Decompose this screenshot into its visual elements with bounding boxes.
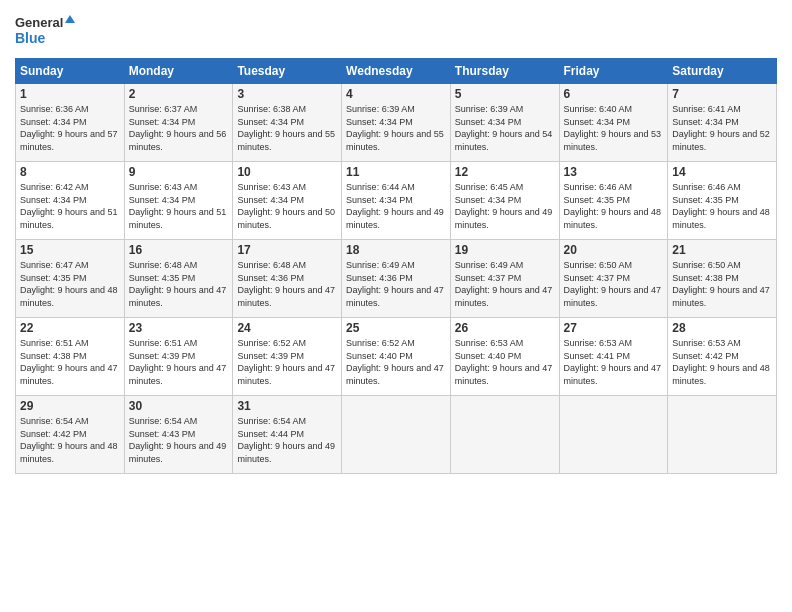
day-cell: 18Sunrise: 6:49 AMSunset: 4:36 PMDayligh… bbox=[342, 240, 451, 318]
day-number: 2 bbox=[129, 87, 229, 101]
calendar-page: General Blue SundayMondayTuesdayWednesda… bbox=[0, 0, 792, 612]
day-detail: Sunrise: 6:52 AMSunset: 4:39 PMDaylight:… bbox=[237, 338, 335, 386]
day-cell: 13Sunrise: 6:46 AMSunset: 4:35 PMDayligh… bbox=[559, 162, 668, 240]
day-cell: 14Sunrise: 6:46 AMSunset: 4:35 PMDayligh… bbox=[668, 162, 777, 240]
day-cell: 27Sunrise: 6:53 AMSunset: 4:41 PMDayligh… bbox=[559, 318, 668, 396]
day-cell: 26Sunrise: 6:53 AMSunset: 4:40 PMDayligh… bbox=[450, 318, 559, 396]
day-cell: 7Sunrise: 6:41 AMSunset: 4:34 PMDaylight… bbox=[668, 84, 777, 162]
day-cell: 20Sunrise: 6:50 AMSunset: 4:37 PMDayligh… bbox=[559, 240, 668, 318]
day-cell bbox=[450, 396, 559, 474]
day-number: 17 bbox=[237, 243, 337, 257]
day-number: 13 bbox=[564, 165, 664, 179]
day-cell: 8Sunrise: 6:42 AMSunset: 4:34 PMDaylight… bbox=[16, 162, 125, 240]
day-cell: 6Sunrise: 6:40 AMSunset: 4:34 PMDaylight… bbox=[559, 84, 668, 162]
week-row-5: 29Sunrise: 6:54 AMSunset: 4:42 PMDayligh… bbox=[16, 396, 777, 474]
day-cell: 3Sunrise: 6:38 AMSunset: 4:34 PMDaylight… bbox=[233, 84, 342, 162]
day-cell: 9Sunrise: 6:43 AMSunset: 4:34 PMDaylight… bbox=[124, 162, 233, 240]
week-row-2: 8Sunrise: 6:42 AMSunset: 4:34 PMDaylight… bbox=[16, 162, 777, 240]
day-detail: Sunrise: 6:41 AMSunset: 4:34 PMDaylight:… bbox=[672, 104, 770, 152]
svg-marker-1 bbox=[65, 15, 75, 23]
day-number: 22 bbox=[20, 321, 120, 335]
day-number: 9 bbox=[129, 165, 229, 179]
day-detail: Sunrise: 6:39 AMSunset: 4:34 PMDaylight:… bbox=[455, 104, 553, 152]
day-detail: Sunrise: 6:53 AMSunset: 4:41 PMDaylight:… bbox=[564, 338, 662, 386]
logo: General Blue bbox=[15, 10, 75, 50]
weekday-thursday: Thursday bbox=[450, 59, 559, 84]
day-number: 12 bbox=[455, 165, 555, 179]
week-row-4: 22Sunrise: 6:51 AMSunset: 4:38 PMDayligh… bbox=[16, 318, 777, 396]
day-detail: Sunrise: 6:54 AMSunset: 4:44 PMDaylight:… bbox=[237, 416, 335, 464]
day-number: 14 bbox=[672, 165, 772, 179]
day-cell: 12Sunrise: 6:45 AMSunset: 4:34 PMDayligh… bbox=[450, 162, 559, 240]
day-detail: Sunrise: 6:42 AMSunset: 4:34 PMDaylight:… bbox=[20, 182, 118, 230]
day-detail: Sunrise: 6:39 AMSunset: 4:34 PMDaylight:… bbox=[346, 104, 444, 152]
day-number: 28 bbox=[672, 321, 772, 335]
day-detail: Sunrise: 6:38 AMSunset: 4:34 PMDaylight:… bbox=[237, 104, 335, 152]
day-detail: Sunrise: 6:49 AMSunset: 4:36 PMDaylight:… bbox=[346, 260, 444, 308]
day-detail: Sunrise: 6:46 AMSunset: 4:35 PMDaylight:… bbox=[672, 182, 770, 230]
day-detail: Sunrise: 6:43 AMSunset: 4:34 PMDaylight:… bbox=[237, 182, 335, 230]
day-cell: 1Sunrise: 6:36 AMSunset: 4:34 PMDaylight… bbox=[16, 84, 125, 162]
day-number: 19 bbox=[455, 243, 555, 257]
day-detail: Sunrise: 6:44 AMSunset: 4:34 PMDaylight:… bbox=[346, 182, 444, 230]
day-number: 11 bbox=[346, 165, 446, 179]
day-detail: Sunrise: 6:53 AMSunset: 4:40 PMDaylight:… bbox=[455, 338, 553, 386]
header: General Blue bbox=[15, 10, 777, 50]
day-number: 8 bbox=[20, 165, 120, 179]
day-detail: Sunrise: 6:47 AMSunset: 4:35 PMDaylight:… bbox=[20, 260, 118, 308]
day-cell: 21Sunrise: 6:50 AMSunset: 4:38 PMDayligh… bbox=[668, 240, 777, 318]
svg-text:Blue: Blue bbox=[15, 30, 46, 46]
day-number: 6 bbox=[564, 87, 664, 101]
day-cell: 17Sunrise: 6:48 AMSunset: 4:36 PMDayligh… bbox=[233, 240, 342, 318]
day-number: 24 bbox=[237, 321, 337, 335]
week-row-3: 15Sunrise: 6:47 AMSunset: 4:35 PMDayligh… bbox=[16, 240, 777, 318]
day-cell bbox=[342, 396, 451, 474]
weekday-saturday: Saturday bbox=[668, 59, 777, 84]
day-detail: Sunrise: 6:45 AMSunset: 4:34 PMDaylight:… bbox=[455, 182, 553, 230]
day-cell: 16Sunrise: 6:48 AMSunset: 4:35 PMDayligh… bbox=[124, 240, 233, 318]
day-cell: 15Sunrise: 6:47 AMSunset: 4:35 PMDayligh… bbox=[16, 240, 125, 318]
day-detail: Sunrise: 6:36 AMSunset: 4:34 PMDaylight:… bbox=[20, 104, 118, 152]
day-detail: Sunrise: 6:50 AMSunset: 4:37 PMDaylight:… bbox=[564, 260, 662, 308]
day-detail: Sunrise: 6:50 AMSunset: 4:38 PMDaylight:… bbox=[672, 260, 770, 308]
day-cell: 29Sunrise: 6:54 AMSunset: 4:42 PMDayligh… bbox=[16, 396, 125, 474]
day-detail: Sunrise: 6:48 AMSunset: 4:35 PMDaylight:… bbox=[129, 260, 227, 308]
day-number: 16 bbox=[129, 243, 229, 257]
day-number: 1 bbox=[20, 87, 120, 101]
day-cell: 2Sunrise: 6:37 AMSunset: 4:34 PMDaylight… bbox=[124, 84, 233, 162]
day-cell: 4Sunrise: 6:39 AMSunset: 4:34 PMDaylight… bbox=[342, 84, 451, 162]
day-number: 21 bbox=[672, 243, 772, 257]
day-cell: 10Sunrise: 6:43 AMSunset: 4:34 PMDayligh… bbox=[233, 162, 342, 240]
day-number: 31 bbox=[237, 399, 337, 413]
day-cell bbox=[668, 396, 777, 474]
day-number: 18 bbox=[346, 243, 446, 257]
day-cell: 5Sunrise: 6:39 AMSunset: 4:34 PMDaylight… bbox=[450, 84, 559, 162]
day-detail: Sunrise: 6:51 AMSunset: 4:39 PMDaylight:… bbox=[129, 338, 227, 386]
day-number: 10 bbox=[237, 165, 337, 179]
logo-svg: General Blue bbox=[15, 10, 75, 50]
day-cell: 23Sunrise: 6:51 AMSunset: 4:39 PMDayligh… bbox=[124, 318, 233, 396]
day-detail: Sunrise: 6:37 AMSunset: 4:34 PMDaylight:… bbox=[129, 104, 227, 152]
weekday-header-row: SundayMondayTuesdayWednesdayThursdayFrid… bbox=[16, 59, 777, 84]
day-cell: 19Sunrise: 6:49 AMSunset: 4:37 PMDayligh… bbox=[450, 240, 559, 318]
day-cell: 31Sunrise: 6:54 AMSunset: 4:44 PMDayligh… bbox=[233, 396, 342, 474]
day-detail: Sunrise: 6:54 AMSunset: 4:43 PMDaylight:… bbox=[129, 416, 227, 464]
day-detail: Sunrise: 6:54 AMSunset: 4:42 PMDaylight:… bbox=[20, 416, 118, 464]
day-number: 26 bbox=[455, 321, 555, 335]
day-detail: Sunrise: 6:48 AMSunset: 4:36 PMDaylight:… bbox=[237, 260, 335, 308]
day-detail: Sunrise: 6:49 AMSunset: 4:37 PMDaylight:… bbox=[455, 260, 553, 308]
weekday-friday: Friday bbox=[559, 59, 668, 84]
day-number: 30 bbox=[129, 399, 229, 413]
day-cell: 11Sunrise: 6:44 AMSunset: 4:34 PMDayligh… bbox=[342, 162, 451, 240]
day-number: 23 bbox=[129, 321, 229, 335]
day-number: 25 bbox=[346, 321, 446, 335]
week-row-1: 1Sunrise: 6:36 AMSunset: 4:34 PMDaylight… bbox=[16, 84, 777, 162]
calendar-table: SundayMondayTuesdayWednesdayThursdayFrid… bbox=[15, 58, 777, 474]
day-number: 5 bbox=[455, 87, 555, 101]
day-cell: 24Sunrise: 6:52 AMSunset: 4:39 PMDayligh… bbox=[233, 318, 342, 396]
day-detail: Sunrise: 6:46 AMSunset: 4:35 PMDaylight:… bbox=[564, 182, 662, 230]
day-number: 15 bbox=[20, 243, 120, 257]
day-cell: 30Sunrise: 6:54 AMSunset: 4:43 PMDayligh… bbox=[124, 396, 233, 474]
day-cell: 22Sunrise: 6:51 AMSunset: 4:38 PMDayligh… bbox=[16, 318, 125, 396]
day-number: 4 bbox=[346, 87, 446, 101]
